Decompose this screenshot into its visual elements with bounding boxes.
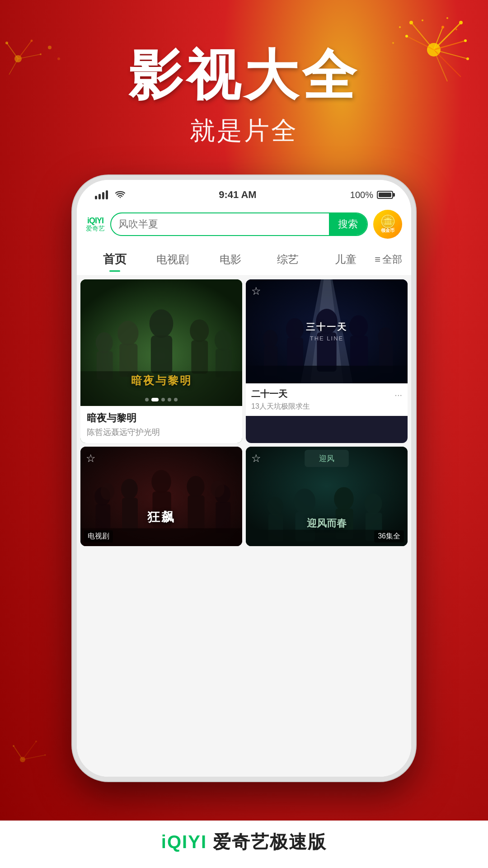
svg-rect-63 [246, 366, 408, 383]
card2-title: 二十一天 [251, 388, 287, 400]
brand-text: iQIYI 爱奇艺极速版 [0, 830, 488, 854]
featured-poster: 暗夜与黎明 [80, 279, 242, 406]
card2-poster: 三十一天 THE LINE [246, 279, 408, 383]
dot-5 [174, 398, 178, 401]
card3[interactable]: 狂飙 ☆ 电视剧 [80, 447, 242, 546]
phone-mockup: 9:41 AM 100% iQIYI 爱奇艺 [72, 175, 416, 781]
signal-bar-3 [102, 192, 104, 199]
svg-point-65 [151, 470, 171, 493]
card4-star-icon[interactable]: ☆ [251, 452, 261, 465]
card3-poster: 狂飙 ☆ 电视剧 [80, 447, 242, 546]
card4-poster: 迎风 [246, 447, 408, 546]
card3-type-badge: 电视剧 [84, 530, 113, 542]
signal-bars [95, 190, 108, 199]
card4-overlay: 迎风而春 [246, 517, 408, 530]
featured-desc: 陈哲远聂远守护光明 [87, 427, 236, 438]
content-area[interactable]: 暗夜与黎明 [77, 276, 411, 777]
nav-all-button[interactable]: ≡ 全部 [375, 253, 402, 266]
svg-text:迎风: 迎风 [319, 454, 334, 463]
logo-top-text: iQIYI [87, 217, 103, 225]
svg-point-75 [100, 483, 114, 500]
featured-card[interactable]: 暗夜与黎明 [80, 279, 242, 443]
logo-bottom-text: 爱奇艺 [86, 225, 105, 232]
iqiyi-logo[interactable]: iQIYI 爱奇艺 [86, 217, 105, 232]
svg-point-57 [349, 315, 368, 338]
hamburger-icon: ≡ [375, 254, 380, 265]
dot-4 [168, 398, 171, 401]
svg-point-59 [263, 330, 278, 348]
status-left [95, 190, 125, 200]
svg-point-39 [150, 309, 174, 338]
card4-subtitle: 迎风而春 [246, 517, 408, 530]
all-label: 全部 [382, 253, 402, 266]
card2-star-icon[interactable]: ☆ [251, 285, 261, 297]
hero-subtitle: 就是片全 [128, 114, 360, 148]
status-bar: 9:41 AM 100% [77, 180, 411, 205]
battery-icon [377, 191, 393, 199]
logo-container[interactable]: iQIYI 爱奇艺 [86, 217, 105, 232]
carousel-dots [145, 398, 178, 401]
tab-home[interactable]: 首页 [86, 248, 144, 271]
nav-tabs: 首页 电视剧 电影 综艺 儿童 ≡ [77, 243, 411, 276]
svg-point-69 [187, 476, 204, 497]
brand-iqiyi-text: iQIYI [161, 832, 207, 852]
svg-point-53 [286, 318, 304, 340]
phone-screen: 9:41 AM 100% iQIYI 爱奇艺 [77, 180, 411, 777]
signal-bar-2 [99, 194, 101, 199]
svg-point-43 [190, 319, 209, 342]
status-time: 9:41 AM [219, 189, 257, 201]
battery-percentage: 100% [350, 190, 373, 200]
search-input[interactable] [111, 218, 329, 230]
more-options-icon[interactable]: ··· [394, 390, 402, 400]
tab-kids[interactable]: 儿童 [317, 249, 375, 270]
svg-rect-40 [151, 335, 172, 373]
svg-point-37 [120, 197, 121, 198]
card2[interactable]: 三十一天 THE LINE ☆ 二十一天 ··· [246, 279, 408, 443]
content-grid: 暗夜与黎明 [77, 276, 411, 550]
card3-title-overlay: 狂飙 [80, 509, 242, 526]
featured-title: 暗夜与黎明 [87, 411, 236, 425]
dot-1 [145, 398, 149, 401]
battery-fill [379, 193, 391, 197]
bottom-brand-bar: iQIYI 爱奇艺极速版 [0, 821, 488, 868]
gold-coin-icon: 🪙 [380, 216, 396, 228]
search-button[interactable]: 搜索 [329, 213, 367, 235]
svg-point-85 [365, 493, 382, 514]
dot-3 [161, 398, 165, 401]
card3-star-icon[interactable]: ☆ [86, 452, 96, 465]
status-right: 100% [350, 190, 393, 200]
svg-point-76 [211, 481, 225, 497]
svg-point-61 [378, 327, 393, 345]
signal-bar-4 [106, 190, 108, 199]
card4[interactable]: 迎风 [246, 447, 408, 546]
svg-point-47 [215, 330, 232, 351]
hero-section: 影视大全 就是片全 [128, 45, 360, 148]
featured-card-info: 暗夜与黎明 陈哲远聂远守护光明 [80, 406, 242, 443]
tab-movie[interactable]: 电影 [202, 249, 259, 270]
gold-coin-text: 领金币 [381, 228, 394, 233]
card4-episodes-badge: 36集全 [374, 530, 404, 542]
svg-point-67 [121, 479, 138, 500]
svg-point-45 [96, 332, 113, 353]
tab-variety[interactable]: 综艺 [259, 249, 317, 270]
card2-desc: 13人天坑极限求生 [251, 402, 402, 411]
svg-point-87 [267, 497, 283, 515]
svg-point-41 [117, 321, 138, 346]
hero-title: 影视大全 [128, 45, 360, 105]
app-header: iQIYI 爱奇艺 搜索 🪙 领金币 [77, 205, 411, 243]
svg-rect-44 [191, 340, 208, 374]
svg-point-83 [334, 487, 353, 510]
svg-point-81 [294, 489, 315, 514]
phone-frame: 9:41 AM 100% iQIYI 爱奇艺 [72, 175, 416, 781]
tab-tv[interactable]: 电视剧 [144, 249, 202, 270]
main-content: 影视大全 就是片全 [0, 0, 488, 868]
dot-2 [151, 398, 159, 401]
gold-coin-button[interactable]: 🪙 领金币 [373, 210, 402, 239]
brand-rest-text: 爱奇艺极速版 [213, 832, 327, 852]
search-bar[interactable]: 搜索 [110, 212, 368, 236]
card2-info: 二十一天 ··· 13人天坑极限求生 [246, 383, 408, 416]
featured-poster-title: 暗夜与黎明 [80, 373, 242, 388]
signal-bar-1 [95, 196, 97, 199]
wifi-icon [115, 190, 125, 200]
